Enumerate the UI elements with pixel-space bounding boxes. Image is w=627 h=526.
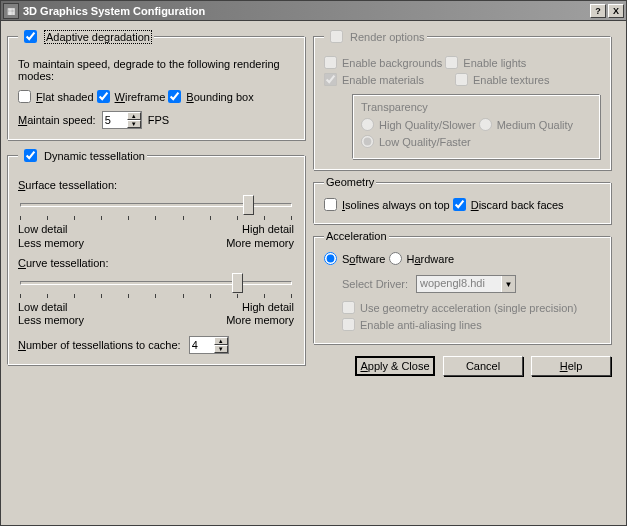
group-geometry: Geometry Isolines always on top Discard … bbox=[313, 176, 611, 224]
group-transparency: Transparency High Quality/Slower Medium … bbox=[352, 94, 600, 159]
isolines-on-top-checkbox[interactable] bbox=[324, 198, 337, 211]
help-button[interactable]: Help bbox=[531, 356, 611, 376]
group-render-options: Render options Enable backgrounds Enable… bbox=[313, 27, 611, 170]
enable-backgrounds-label: Enable backgrounds bbox=[342, 57, 442, 69]
help-icon[interactable]: ? bbox=[590, 4, 606, 18]
geometry-label: Geometry bbox=[326, 176, 374, 188]
transparency-high-label: High Quality/Slower bbox=[379, 119, 476, 131]
cancel-button[interactable]: Cancel bbox=[443, 356, 523, 376]
flat-shaded-label: Flat shaded bbox=[36, 91, 94, 103]
maintain-speed-label: Maintain speed: bbox=[18, 114, 96, 126]
titlebar: ▦ 3D Graphics System Configuration ? X bbox=[1, 1, 626, 21]
enable-lights-label: Enable lights bbox=[463, 57, 526, 69]
apply-close-button[interactable]: Apply & Close bbox=[355, 356, 435, 376]
surface-tessellation-label: Surface tessellation: bbox=[18, 179, 294, 191]
wireframe-checkbox[interactable] bbox=[97, 90, 110, 103]
group-acceleration: Acceleration Software Hardware Select Dr… bbox=[313, 230, 611, 344]
bounding-box-label: Bounding box bbox=[186, 91, 253, 103]
app-icon: ▦ bbox=[3, 3, 19, 19]
chevron-down-icon: ▼ bbox=[501, 276, 515, 292]
transparency-low-label: Low Quality/Faster bbox=[379, 136, 471, 148]
hardware-label: Hardware bbox=[407, 253, 455, 265]
isolines-on-top-label: Isolines always on top bbox=[342, 199, 450, 211]
anti-aliasing-label: Enable anti-aliasing lines bbox=[360, 319, 482, 331]
dynamic-tessellation-checkbox[interactable] bbox=[24, 149, 37, 162]
discard-back-faces-checkbox[interactable] bbox=[453, 198, 466, 211]
spin-up-icon[interactable]: ▲ bbox=[214, 337, 228, 345]
enable-textures-label: Enable textures bbox=[473, 74, 549, 86]
group-dynamic-tessellation: Dynamic tessellation Surface tessellatio… bbox=[7, 146, 305, 365]
enable-backgrounds-checkbox bbox=[324, 56, 337, 69]
fps-label: FPS bbox=[148, 114, 169, 126]
bounding-box-checkbox[interactable] bbox=[168, 90, 181, 103]
maintain-speed-input[interactable] bbox=[103, 112, 127, 128]
wireframe-label: Wireframe bbox=[115, 91, 166, 103]
adaptive-note: To maintain speed, degrade to the follow… bbox=[18, 58, 294, 82]
render-options-checkbox bbox=[330, 30, 343, 43]
close-icon[interactable]: X bbox=[608, 4, 624, 18]
spin-down-icon[interactable]: ▼ bbox=[214, 345, 228, 353]
geometry-acceleration-checkbox bbox=[342, 301, 355, 314]
select-driver-label: Select Driver: bbox=[342, 278, 408, 290]
software-label: Software bbox=[342, 253, 385, 265]
adaptive-degradation-checkbox[interactable] bbox=[24, 30, 37, 43]
adaptive-degradation-label: Adaptive degradation bbox=[44, 30, 152, 44]
enable-lights-checkbox bbox=[445, 56, 458, 69]
window-title: 3D Graphics System Configuration bbox=[23, 5, 588, 17]
tess-cache-input[interactable] bbox=[190, 337, 214, 353]
dialog-window: ▦ 3D Graphics System Configuration ? X A… bbox=[0, 0, 627, 526]
transparency-medium-radio bbox=[479, 118, 492, 131]
acceleration-label: Acceleration bbox=[326, 230, 387, 242]
spin-up-icon[interactable]: ▲ bbox=[127, 112, 141, 120]
transparency-medium-label: Medium Quality bbox=[497, 119, 573, 131]
render-options-label: Render options bbox=[350, 31, 425, 43]
content-area: Adaptive degradation To maintain speed, … bbox=[7, 27, 620, 376]
enable-materials-checkbox bbox=[324, 73, 337, 86]
geometry-acceleration-label: Use geometry acceleration (single precis… bbox=[360, 302, 577, 314]
anti-aliasing-checkbox bbox=[342, 318, 355, 331]
transparency-low-radio bbox=[361, 135, 374, 148]
maintain-speed-spinner[interactable]: ▲▼ bbox=[102, 111, 142, 129]
surface-tessellation-slider[interactable] bbox=[20, 195, 292, 221]
hardware-radio[interactable] bbox=[389, 252, 402, 265]
enable-textures-checkbox bbox=[455, 73, 468, 86]
tess-cache-spinner[interactable]: ▲▼ bbox=[189, 336, 229, 354]
dynamic-tessellation-label: Dynamic tessellation bbox=[44, 150, 145, 162]
curve-tessellation-slider[interactable] bbox=[20, 273, 292, 299]
driver-value: wopengl8.hdi bbox=[417, 276, 501, 292]
discard-back-faces-label: Discard back faces bbox=[471, 199, 564, 211]
flat-shaded-checkbox[interactable] bbox=[18, 90, 31, 103]
tess-cache-label: Number of tessellations to cache: bbox=[18, 339, 181, 351]
group-adaptive-degradation: Adaptive degradation To maintain speed, … bbox=[7, 27, 305, 140]
software-radio[interactable] bbox=[324, 252, 337, 265]
curve-tessellation-label: Curve tessellation: bbox=[18, 257, 294, 269]
transparency-high-radio bbox=[361, 118, 374, 131]
transparency-label: Transparency bbox=[361, 101, 591, 113]
driver-dropdown: wopengl8.hdi ▼ bbox=[416, 275, 516, 293]
enable-materials-label: Enable materials bbox=[342, 74, 424, 86]
spin-down-icon[interactable]: ▼ bbox=[127, 120, 141, 128]
